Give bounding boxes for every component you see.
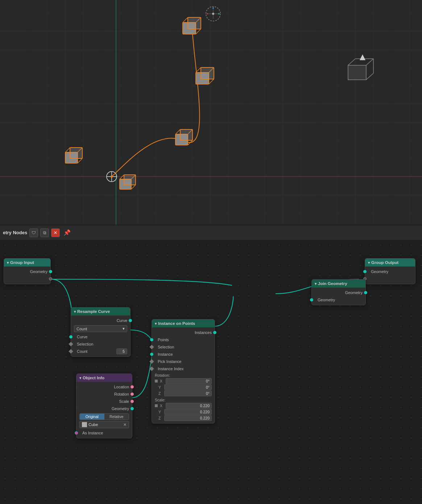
node-join-geometry[interactable]: ▾ Join Geometry Geometry Geometry [311,279,366,305]
svg-rect-0 [0,0,422,225]
node-resample-header: ▾ Resample Curve [71,307,130,315]
instance-selection-socket [149,345,154,350]
scale-y-value[interactable]: 0.220 [164,409,212,415]
svg-line-52 [175,129,180,134]
svg-line-43 [131,175,136,179]
instance-instance-socket[interactable] [150,353,153,356]
instance-instances-output-socket[interactable] [213,331,216,334]
svg-line-63 [196,17,201,22]
cube-remove-btn[interactable]: ✕ [123,422,127,427]
close-button[interactable]: ✕ [51,228,60,237]
svg-point-72 [212,7,214,9]
instance-instances-output-row: Instances [152,329,215,336]
svg-line-59 [209,79,214,84]
objinfo-scale-socket[interactable] [131,400,134,403]
svg-line-54 [188,140,193,145]
svg-point-71 [218,13,220,15]
instance-selection-row: Selection [152,343,215,351]
node-group-output[interactable]: ▾ Group Output Geometry [365,258,415,284]
group-input-bottom-socket-row [4,275,50,282]
rotation-z-value[interactable]: 0° [164,391,212,396]
join-geometry-input-socket[interactable] [310,298,313,302]
resample-curve-output-socket[interactable] [129,319,132,322]
cube-name-label: Cube [88,422,122,427]
join-geometry-output-socket[interactable] [364,291,367,294]
scale-x-value[interactable]: 0.220 [166,403,212,409]
svg-rect-60 [201,67,214,79]
resample-curve-output-row: Curve [71,317,130,324]
group-input-extra-socket [49,277,52,281]
join-geometry-input-row: Geometry [312,296,365,303]
instance-instance-row: Instance [152,351,215,358]
resample-count-value[interactable]: 5 [116,348,127,354]
viewport-3d[interactable] [0,0,422,225]
instance-points-row: Points [152,336,215,343]
svg-rect-56 [196,73,209,84]
mode-original-btn[interactable]: Original [80,414,104,420]
svg-rect-50 [70,148,82,158]
mode-relative-btn[interactable]: Relative [104,414,129,420]
scale-section-label: Scale: [152,397,215,402]
svg-line-74 [348,59,355,65]
node-group-input-header: ▾ Group Input [4,259,50,267]
pin-button[interactable]: 📌 [63,229,71,236]
objinfo-location-row: Location [76,383,132,391]
svg-line-57 [196,67,201,73]
group-output-geometry-row: Geometry [365,268,415,275]
cube-picker[interactable]: □ Cube ✕ [79,421,129,428]
resample-selection-socket [69,342,73,347]
mode-toggle[interactable]: Original Relative [79,413,129,420]
rotation-y-value[interactable]: 0° [164,384,212,390]
svg-rect-51 [175,134,188,145]
objinfo-geometry-socket[interactable] [131,407,134,410]
node-resample-curve[interactable]: ▾ Resample Curve Curve Count ▾ Curve Sel… [71,307,131,357]
resample-dropdown[interactable]: Count ▾ [74,325,127,332]
node-group-output-header: ▾ Group Output [365,259,415,267]
node-editor[interactable]: ▾ Group Input Geometry ▾ Group Output Ge… [0,240,422,504]
scale-z-value[interactable]: 0.220 [164,415,212,421]
shield-button[interactable]: 🛡 [29,228,38,237]
group-output-geometry-socket[interactable] [363,270,367,273]
resample-selection-row: Selection [71,340,130,348]
resample-curve-input-row: Curve [71,333,130,340]
node-join-header: ▾ Join Geometry [312,280,365,288]
svg-rect-61 [183,22,196,34]
copy-button[interactable]: ⧉ [40,228,49,237]
instance-pick-socket [149,359,154,364]
node-instance-on-points[interactable]: ▾ Instance on Points Instances Points Se… [152,319,215,424]
svg-rect-45 [124,175,136,185]
svg-point-37 [107,172,117,182]
svg-rect-46 [65,152,78,163]
toolbar-strip: etry Nodes 🛡 ⧉ ✕ 📌 [0,225,422,240]
svg-line-58 [209,67,214,73]
instance-points-socket[interactable] [150,338,153,342]
rotation-section-label: Rotation: [152,372,215,377]
cube-icon: □ [82,422,87,427]
join-geometry-output-row: Geometry [312,289,365,296]
svg-point-69 [212,13,214,15]
rotation-block: X 0° Y 0° Z 0° [152,377,215,397]
scale-block: X 0.220 Y 0.220 Z 0.220 [152,402,215,422]
svg-point-40 [111,175,113,178]
svg-rect-65 [188,17,201,29]
svg-line-53 [188,129,193,134]
resample-curve-input-socket[interactable] [69,335,73,339]
svg-rect-73 [348,65,366,80]
svg-line-76 [366,73,373,80]
node-group-input[interactable]: ▾ Group Input Geometry [4,258,51,284]
objinfo-location-socket[interactable] [131,385,134,389]
svg-marker-79 [360,54,365,60]
svg-line-62 [183,17,188,22]
svg-line-44 [131,185,136,189]
rotation-x-value[interactable]: 0° [166,378,212,384]
svg-line-49 [78,158,82,163]
svg-rect-41 [120,179,131,189]
svg-line-75 [366,59,373,65]
node-object-info[interactable]: ▾ Object Info Location Rotation Scale Ge… [76,373,132,438]
group-input-geometry-socket[interactable] [49,270,52,273]
node-objinfo-header: ▾ Object Info [76,374,132,382]
objinfo-asinstance-row: As Instance [76,429,132,437]
svg-point-70 [207,13,208,15]
objinfo-rotation-socket[interactable] [131,393,134,396]
toolbar-title: etry Nodes [3,230,27,235]
